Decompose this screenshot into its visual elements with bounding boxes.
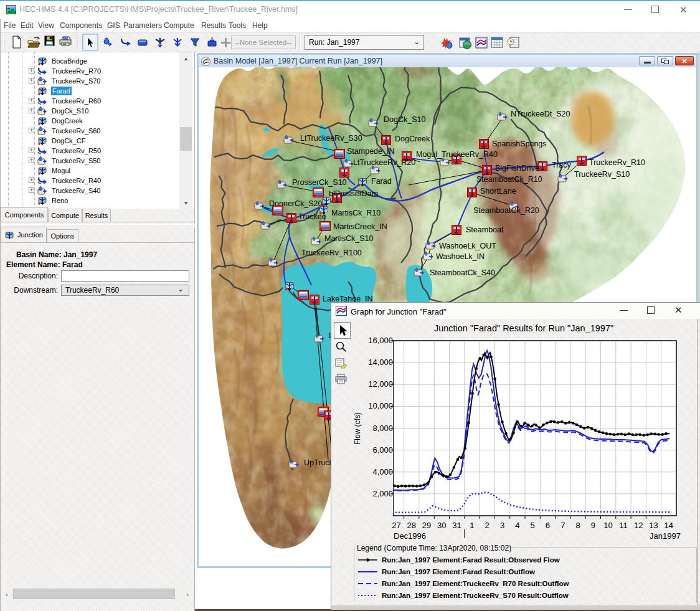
svg-text:LtTruckeeRv_R20: LtTruckeeRv_R20 — [353, 158, 415, 167]
svg-text:10: 10 — [603, 521, 612, 530]
svg-text:Run:Jan_1997 Element:TruckeeRv: Run:Jan_1997 Element:TruckeeRv_S70 Resul… — [382, 592, 569, 599]
svg-text:ShortLane: ShortLane — [480, 187, 516, 196]
svg-text:3: 3 — [500, 521, 504, 530]
svg-text:Farad: Farad — [371, 177, 392, 186]
svg-text:2: 2 — [485, 521, 490, 530]
svg-text:4: 4 — [515, 521, 519, 530]
svg-text:DonnerCk_S20: DonnerCk_S20 — [269, 199, 323, 208]
svg-text:12: 12 — [634, 521, 643, 530]
svg-text:10,000: 10,000 — [368, 401, 393, 410]
svg-text:LtTruckeeRv_S30: LtTruckeeRv_S30 — [300, 134, 362, 143]
svg-text:MartisCk_S10: MartisCk_S10 — [324, 234, 374, 243]
svg-text:1: 1 — [470, 521, 474, 530]
svg-text:27: 27 — [392, 521, 400, 530]
svg-text:31: 31 — [452, 521, 461, 530]
svg-text:11: 11 — [619, 521, 628, 530]
svg-text:2,000: 2,000 — [372, 489, 393, 498]
svg-text:4,000: 4,000 — [372, 467, 393, 476]
svg-text:9: 9 — [591, 521, 595, 530]
svg-text:TruckeeRv_R10: TruckeeRv_R10 — [589, 158, 645, 167]
svg-text:Run:Jan_1997 Element:TruckeeRv: Run:Jan_1997 Element:TruckeeRv_R70 Resul… — [382, 580, 569, 587]
svg-text:SpanishSprings: SpanishSprings — [492, 140, 547, 148]
svg-text:Tracy: Tracy — [552, 161, 572, 169]
svg-text:blProsserDam: blProsserDam — [329, 189, 378, 198]
svg-text:16,000: 16,000 — [368, 336, 393, 345]
svg-text:Truckee: Truckee — [298, 212, 326, 221]
svg-text:Junction "Farad" Results for R: Junction "Farad" Results for Run "Jan_19… — [434, 323, 613, 333]
svg-text:MartisCreek_IN: MartisCreek_IN — [333, 222, 387, 231]
svg-text:TruckeeRv_R100: TruckeeRv_R100 — [301, 249, 362, 257]
svg-text:8,000: 8,000 — [372, 424, 393, 433]
svg-text:12,000: 12,000 — [368, 379, 393, 389]
svg-text:30: 30 — [437, 521, 446, 530]
svg-text:Stampede_IN: Stampede_IN — [347, 147, 394, 156]
svg-text:TruckeeRv_S10: TruckeeRv_S10 — [574, 170, 630, 179]
svg-text:BigFishDrive: BigFishDrive — [495, 164, 539, 173]
svg-text:SteamboatCk_R20: SteamboatCk_R20 — [473, 206, 539, 215]
svg-text:6,000: 6,000 — [372, 445, 393, 455]
svg-text:DogCreek: DogCreek — [395, 135, 430, 143]
svg-text:28: 28 — [407, 521, 416, 530]
svg-text:Legend (Compute Time: 13Apr202: Legend (Compute Time: 13Apr2020, 08:15:0… — [357, 544, 511, 552]
svg-text:29: 29 — [422, 521, 431, 530]
svg-text:Flow (cfs): Flow (cfs) — [353, 412, 362, 445]
svg-text:Run:Jan_1997 Element:Farad Res: Run:Jan_1997 Element:Farad Result:Outflo… — [382, 568, 535, 575]
svg-text:6: 6 — [546, 521, 550, 530]
svg-text:Run:Jan_1997 Element:Farad Res: Run:Jan_1997 Element:Farad Result:Observ… — [382, 556, 560, 564]
svg-text:MartisCk_R10: MartisCk_R10 — [331, 209, 381, 217]
svg-text:NTruckeeDt_S20: NTruckeeDt_S20 — [511, 110, 570, 118]
svg-text:8: 8 — [575, 521, 580, 530]
svg-text:WashoeLk_OUT: WashoeLk_OUT — [439, 242, 496, 250]
svg-text:DogCk_S10: DogCk_S10 — [384, 115, 425, 124]
svg-text:13: 13 — [649, 521, 658, 530]
svg-text:Mogul_TruckeeRv_R40: Mogul_TruckeeRv_R40 — [416, 150, 498, 159]
svg-text:SteamboatCk_R10: SteamboatCk_R10 — [476, 175, 542, 184]
svg-text:Steamboat: Steamboat — [466, 225, 504, 234]
svg-text:14: 14 — [665, 521, 673, 530]
svg-text:Dec1996: Dec1996 — [394, 531, 426, 541]
svg-text:5: 5 — [530, 521, 534, 530]
svg-text:14,000: 14,000 — [368, 358, 393, 367]
svg-text:7: 7 — [560, 521, 565, 530]
svg-text:ProsserCk_S10: ProsserCk_S10 — [292, 178, 347, 187]
svg-text:WashoeLk_IN: WashoeLk_IN — [436, 252, 485, 261]
svg-text:Jan1997: Jan1997 — [650, 531, 681, 541]
svg-text:SteamboatCk_S40: SteamboatCk_S40 — [430, 268, 495, 277]
